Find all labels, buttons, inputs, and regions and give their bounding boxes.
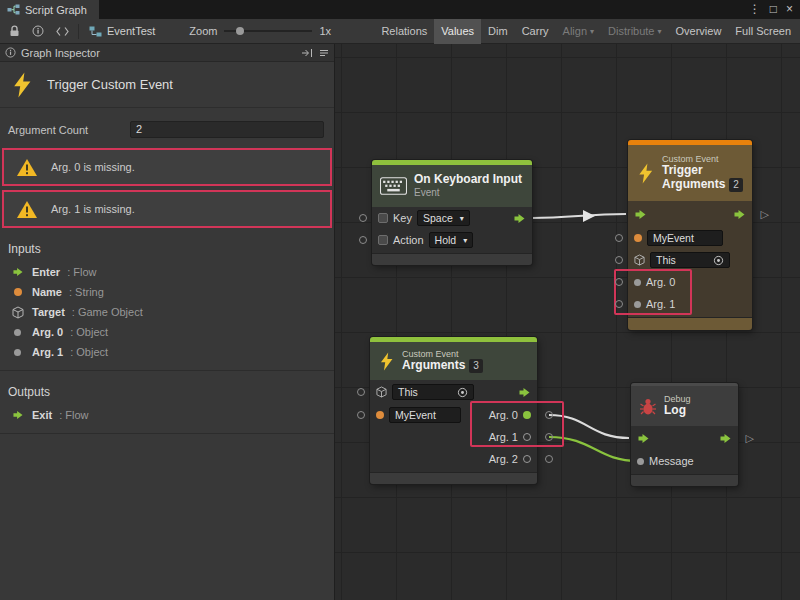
- node-header[interactable]: On Keyboard Input Event: [372, 165, 532, 207]
- input-port-circle[interactable]: [359, 236, 367, 244]
- code-view-button[interactable]: [50, 21, 74, 42]
- input-port-circle[interactable]: [357, 411, 365, 419]
- flow-output-arrow-icon[interactable]: [513, 213, 526, 224]
- dim-button[interactable]: Dim: [481, 19, 515, 44]
- key-port-row: Key Space ▾: [372, 207, 532, 229]
- input-port-circle[interactable]: [357, 388, 365, 396]
- event-name-field[interactable]: MyEvent: [389, 407, 461, 423]
- object-port-icon[interactable]: [634, 301, 641, 308]
- target-picker-icon: [713, 255, 724, 266]
- wire-keyboard-to-trigger: [532, 214, 626, 218]
- overview-button[interactable]: Overview: [669, 19, 729, 44]
- align-button[interactable]: Align▾: [556, 19, 601, 44]
- target-row: This: [370, 380, 537, 404]
- flow-input-arrow-icon[interactable]: [634, 209, 647, 220]
- input-port-circle[interactable]: [615, 300, 623, 308]
- port-row-arg1: Arg. 1 : Object: [0, 342, 334, 362]
- node-custom-event[interactable]: Custom Event Arguments 3 This: [370, 337, 537, 484]
- node-on-keyboard-input[interactable]: On Keyboard Input Event Key Space ▾: [372, 160, 532, 265]
- node-header[interactable]: Custom Event Trigger Arguments 2: [628, 145, 752, 201]
- connected-output-port-icon[interactable]: [523, 411, 531, 419]
- action-dropdown[interactable]: Hold ▾: [429, 232, 474, 248]
- arg0-port-row: Arg. 0: [628, 271, 752, 293]
- target-dropdown[interactable]: This: [650, 252, 730, 268]
- info-icon: [32, 25, 44, 37]
- carry-button[interactable]: Carry: [515, 19, 556, 44]
- action-type-icon: [378, 235, 388, 245]
- graph-canvas[interactable]: On Keyboard Input Event Key Space ▾: [335, 44, 800, 600]
- message-port-icon[interactable]: [637, 458, 644, 465]
- output-port-circle[interactable]: [545, 433, 553, 441]
- section-divider: [0, 370, 334, 371]
- lightning-bolt-icon: [378, 351, 395, 372]
- panel-menu-icon[interactable]: [319, 48, 329, 58]
- tab-script-graph[interactable]: Script Graph: [0, 0, 99, 19]
- info-button[interactable]: [26, 21, 50, 42]
- lock-icon: [9, 25, 20, 37]
- key-dropdown[interactable]: Space ▾: [417, 210, 470, 226]
- zoom-value: 1x: [319, 25, 331, 37]
- warning-text: Arg. 1 is missing.: [51, 203, 135, 215]
- wire-arg0-to-debug: [549, 415, 629, 438]
- toolbar-separator: [78, 24, 79, 39]
- object-port-icon: [14, 349, 21, 356]
- string-port-icon[interactable]: [376, 411, 384, 419]
- window-menu-icon[interactable]: ⋮: [749, 0, 761, 19]
- relations-button[interactable]: Relations: [374, 19, 434, 44]
- node-debug-log[interactable]: Debug Log Message ▷: [631, 383, 738, 486]
- node-footer: [631, 474, 738, 486]
- tab-label: Script Graph: [25, 4, 87, 16]
- object-port-icon[interactable]: [634, 279, 641, 286]
- node-header[interactable]: Debug Log: [631, 386, 738, 426]
- warning-arg1-missing: Arg. 1 is missing.: [2, 190, 332, 228]
- flow-output-arrow-icon[interactable]: [719, 433, 732, 444]
- port-row-target: Target : Game Object: [0, 302, 334, 322]
- input-port-circle[interactable]: [615, 234, 623, 242]
- input-port-circle[interactable]: [615, 256, 623, 264]
- node-title: Arguments: [402, 359, 465, 373]
- lock-button[interactable]: [2, 21, 26, 42]
- target-dropdown[interactable]: This: [392, 384, 474, 400]
- zoom-slider-handle[interactable]: [236, 27, 244, 35]
- message-port-row: Message: [631, 450, 738, 472]
- node-title: Log: [664, 404, 691, 418]
- bug-icon: [639, 397, 657, 416]
- node-trigger-custom-event[interactable]: Custom Event Trigger Arguments 2 MyEve: [628, 140, 752, 330]
- dropdown-caret-icon: ▾: [590, 27, 594, 36]
- zoom-control: Zoom 1x: [189, 24, 331, 38]
- argument-count-input[interactable]: 2: [130, 121, 324, 138]
- dock-icon[interactable]: [301, 48, 313, 58]
- output-port-icon[interactable]: [523, 455, 531, 463]
- distribute-button[interactable]: Distribute▾: [601, 19, 668, 44]
- window-controls: ⋮ □ ×: [749, 0, 800, 19]
- output-port-circle[interactable]: [545, 411, 553, 419]
- key-type-icon: [378, 213, 388, 223]
- code-icon: [56, 26, 69, 37]
- zoom-slider[interactable]: [224, 24, 312, 38]
- flow-output-arrow-icon[interactable]: [518, 387, 531, 398]
- event-name-field[interactable]: MyEvent: [647, 230, 723, 246]
- node-footer: [628, 317, 752, 330]
- values-button[interactable]: Values: [434, 19, 481, 44]
- node-header[interactable]: Custom Event Arguments 3: [370, 342, 537, 380]
- full-screen-button[interactable]: Full Screen: [728, 19, 798, 44]
- arg1-row: Arg. 1: [370, 426, 537, 448]
- game-object-cube-icon[interactable]: [634, 254, 645, 266]
- input-port-circle[interactable]: [359, 214, 367, 222]
- game-object-cube-icon[interactable]: [376, 386, 387, 398]
- graph-breadcrumb[interactable]: EventTest: [83, 25, 161, 37]
- output-port-icon[interactable]: [523, 433, 531, 441]
- output-port-circle[interactable]: [545, 455, 553, 463]
- lightning-bolt-icon: [636, 162, 655, 185]
- argument-count-badge: 3: [469, 359, 483, 373]
- event-name-row: MyEvent: [628, 227, 752, 249]
- flow-input-arrow-icon[interactable]: [637, 433, 650, 444]
- window-maximize-icon[interactable]: □: [770, 0, 777, 19]
- input-port-circle[interactable]: [615, 278, 623, 286]
- string-port-icon[interactable]: [634, 234, 642, 242]
- inspected-node-title: Trigger Custom Event: [47, 77, 173, 92]
- flow-output-arrow-icon[interactable]: [733, 209, 746, 220]
- window-close-icon[interactable]: ×: [786, 0, 793, 19]
- graph-asset-icon: [89, 26, 102, 37]
- arg2-row: Arg. 2: [370, 448, 537, 470]
